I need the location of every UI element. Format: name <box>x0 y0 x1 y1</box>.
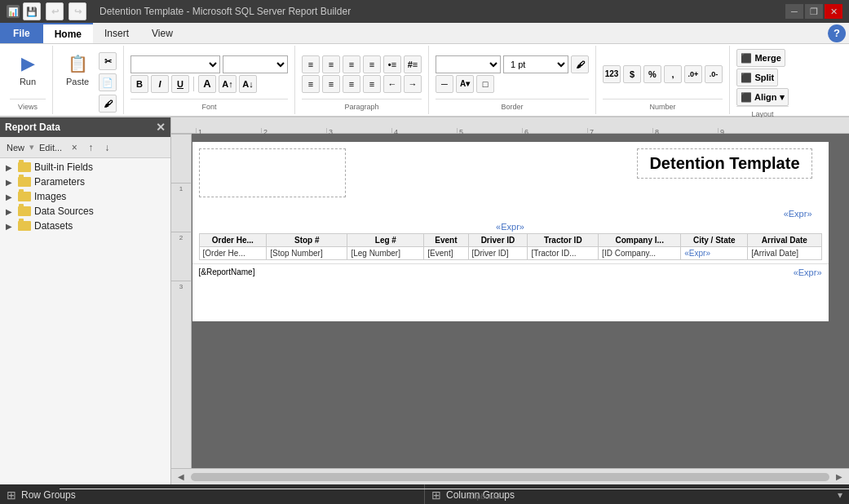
move-up-button[interactable]: ↑ <box>83 140 98 155</box>
save-icon[interactable]: 💾 <box>23 2 41 20</box>
split-button[interactable]: ⬛ Split <box>736 69 778 86</box>
grow-font-button[interactable]: A↑ <box>219 75 237 93</box>
panel-close-button[interactable]: ✕ <box>156 121 166 134</box>
edit-button[interactable]: Edit... <box>36 142 65 153</box>
merge-button[interactable]: ⬛ Merge <box>736 49 785 67</box>
report-title[interactable]: Detention Template <box>637 148 811 179</box>
align-button[interactable]: ⬛ Align ▾ <box>736 88 788 106</box>
font-color-button[interactable]: A <box>198 75 216 93</box>
border-style-select[interactable] <box>436 55 501 73</box>
report-panel: Report Data ✕ New ▾ Edit... × ↑ ↓ ▶ Buil… <box>0 117 171 484</box>
indent-dec[interactable]: ← <box>383 75 401 93</box>
list-number[interactable]: #≡ <box>404 55 422 73</box>
border-box-button[interactable]: □ <box>476 75 494 93</box>
border-line-button[interactable]: ─ <box>436 75 453 93</box>
format-painter-button[interactable]: 🖌 <box>99 95 117 113</box>
align-center[interactable]: ≡ <box>322 75 340 93</box>
dollar-button[interactable]: $ <box>623 65 641 83</box>
align-top-center[interactable]: ≡ <box>322 55 340 73</box>
report-tree: ▶ Built-in Fields ▶ Parameters ▶ Images … <box>0 158 170 484</box>
undo-icon[interactable]: ↩ <box>46 2 64 20</box>
th-tractor: Tractor ID <box>528 234 599 247</box>
redo-icon[interactable]: ↪ <box>69 2 86 20</box>
report-footer: [&ReportName] «Expr» <box>192 263 829 281</box>
horizontal-scrollbar[interactable]: ◀ ▶ <box>171 468 849 484</box>
underline-button[interactable]: U <box>171 75 189 93</box>
report-table: Order He... Stop # Leg # Event Driver ID… <box>199 233 822 260</box>
font-row-2: B I U A A↑ A↓ <box>130 75 288 93</box>
report-page[interactable]: Detention Template «Expr» «Expr» Order H… <box>192 142 829 321</box>
expand-parameters[interactable]: ▶ <box>3 176 15 188</box>
tree-item-datasets[interactable]: ▶ Datasets <box>0 219 170 233</box>
tree-label-parameters: Parameters <box>34 176 85 188</box>
percent-button[interactable]: % <box>643 65 661 83</box>
shrink-font-button[interactable]: A↓ <box>239 75 257 93</box>
align-top-right[interactable]: ≡ <box>343 55 360 73</box>
list-bullet[interactable]: •≡ <box>383 55 401 73</box>
ruler-v-mark-2: 1 <box>171 183 191 232</box>
font-size-select[interactable] <box>223 55 288 73</box>
tab-file[interactable]: File <box>0 23 43 43</box>
close-button[interactable]: ✕ <box>825 4 842 19</box>
scroll-left-arrow[interactable]: ◀ <box>175 472 188 481</box>
italic-button[interactable]: I <box>151 75 169 93</box>
expr-1[interactable]: «Expr» <box>784 209 812 219</box>
border-size-select[interactable]: 1 pt <box>503 55 568 73</box>
move-down-button[interactable]: ↓ <box>99 140 114 155</box>
new-button[interactable]: New <box>3 142 28 153</box>
align-right[interactable]: ≡ <box>343 75 360 93</box>
tree-item-datasources[interactable]: ▶ Data Sources <box>0 204 170 219</box>
indent-inc[interactable]: → <box>404 75 422 93</box>
tab-insert[interactable]: Insert <box>93 23 140 43</box>
delete-button[interactable]: × <box>67 140 82 155</box>
views-group-label: Views <box>10 99 46 111</box>
restore-button[interactable]: ❐ <box>805 4 823 19</box>
copy-button[interactable]: 📄 <box>99 73 117 91</box>
tree-label-builtin: Built-in Fields <box>34 161 93 173</box>
tab-view[interactable]: View <box>140 23 184 43</box>
ribbon-group-views: ▶ Run Views <box>3 46 53 114</box>
expr-2[interactable]: «Expr» <box>496 222 524 232</box>
cut-button[interactable]: ✂ <box>99 52 117 70</box>
align-justify[interactable]: ≡ <box>363 75 381 93</box>
fill-color-button[interactable]: A▾ <box>456 75 474 93</box>
tree-item-images[interactable]: ▶ Images <box>0 189 170 204</box>
report-panel-toolbar: New ▾ Edit... × ↑ ↓ <box>0 137 170 158</box>
scroll-right-arrow[interactable]: ▶ <box>833 472 846 481</box>
tree-label-datasources: Data Sources <box>34 206 94 217</box>
tree-item-builtin[interactable]: ▶ Built-in Fields <box>0 160 170 175</box>
align-top-left[interactable]: ≡ <box>302 55 320 73</box>
paste-button[interactable]: 📋 Paste <box>60 49 95 88</box>
header-placeholder[interactable] <box>199 148 346 197</box>
dec-inc-button[interactable]: .0+ <box>684 65 702 83</box>
folder-icon-datasets <box>18 221 31 231</box>
help-button[interactable]: ? <box>828 24 846 42</box>
number-expr-button[interactable]: 123 <box>603 65 621 83</box>
align-left[interactable]: ≡ <box>302 75 320 93</box>
folder-icon-parameters <box>18 177 31 187</box>
font-family-select[interactable] <box>130 55 220 73</box>
run-button[interactable]: ▶ Run <box>10 49 46 88</box>
layout-controls: ⬛ Merge ⬛ Split ⬛ Align ▾ <box>736 49 788 106</box>
expand-builtin[interactable]: ▶ <box>3 161 15 173</box>
canvas-inner: Detention Template «Expr» «Expr» Order H… <box>171 134 849 468</box>
comma-button[interactable]: , <box>664 65 682 83</box>
td-stop: [Stop Number] <box>267 247 347 260</box>
th-event: Event <box>424 234 468 247</box>
number-group-label: Number <box>603 99 723 111</box>
ruler-mark-4: 4 <box>391 128 457 133</box>
tree-item-parameters[interactable]: ▶ Parameters <box>0 175 170 189</box>
expand-datasets[interactable]: ▶ <box>3 220 15 232</box>
border-paint-button[interactable]: 🖌 <box>571 55 589 73</box>
minimize-button[interactable]: ─ <box>785 4 803 19</box>
align-top-justify[interactable]: ≡ <box>363 55 381 73</box>
expand-images[interactable]: ▶ <box>3 191 15 202</box>
expand-datasources[interactable]: ▶ <box>3 206 15 217</box>
scroll-thumb[interactable] <box>191 473 829 481</box>
dec-dec-button[interactable]: .0- <box>705 65 723 83</box>
tab-home[interactable]: Home <box>43 23 93 43</box>
canvas-scroll[interactable]: 1 2 3 Detention Template «Expr» <box>171 134 849 468</box>
tree-label-images: Images <box>34 191 66 202</box>
clipboard-group-label: Clipboard <box>60 489 849 501</box>
bold-button[interactable]: B <box>130 75 148 93</box>
